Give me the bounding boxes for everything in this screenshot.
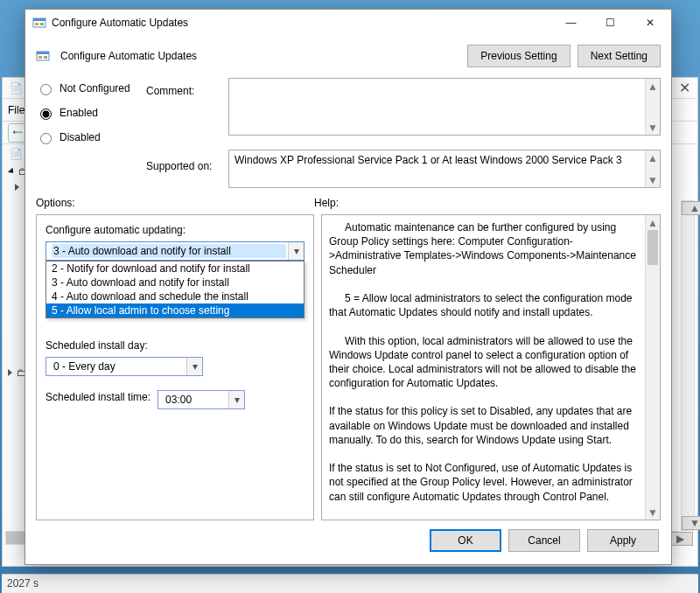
radio-disabled[interactable]: Disabled [36, 130, 143, 144]
radio-label: Enabled [60, 107, 98, 119]
scheduled-time-combo[interactable]: 03:00 ▾ [158, 390, 245, 409]
tree-chevron-icon[interactable] [8, 369, 12, 376]
dropdown-option[interactable]: 4 - Auto download and schedule the insta… [46, 290, 304, 303]
tree-chevron-icon[interactable] [8, 167, 16, 175]
radio-label: Not Configured [60, 82, 130, 94]
svg-rect-7 [44, 56, 47, 59]
scroll-down-icon[interactable]: ▼ [646, 120, 660, 135]
bg-doc-icon: 📄 [10, 82, 23, 94]
dropdown-option[interactable]: 5 - Allow local admin to choose setting [46, 303, 304, 317]
scroll-down-icon[interactable]: ▼ [646, 172, 660, 187]
scroll-down-icon[interactable]: ▼ [682, 516, 700, 530]
bg-file-menu[interactable]: File [8, 104, 24, 116]
scroll-thumb[interactable] [648, 230, 658, 265]
textarea-scrollbar[interactable]: ▲ ▼ [645, 79, 660, 135]
help-pane: Automatic maintenance can be further con… [321, 214, 661, 520]
help-paragraph: Automatic maintenance can be further con… [329, 220, 642, 277]
radio-label: Disabled [60, 131, 101, 143]
supported-on-text: Windows XP Professional Service Pack 1 o… [234, 154, 642, 168]
help-paragraph: If the status for this policy is set to … [329, 404, 642, 447]
help-scrollbar[interactable]: ▲ ▼ [645, 215, 660, 520]
bg-vscrollbar[interactable]: ▲ ▼ [681, 200, 695, 531]
close-button[interactable]: ✕ [630, 10, 669, 35]
previous-setting-button[interactable]: Previous Setting [467, 45, 570, 67]
titlebar[interactable]: Configure Automatic Updates — ☐ ✕ [25, 10, 671, 36]
chevron-down-icon[interactable]: ▾ [228, 391, 244, 408]
supported-on-label: Supported on: [146, 150, 225, 172]
svg-rect-1 [33, 18, 46, 21]
bg-doc2-icon: 📄 [10, 148, 23, 160]
configure-updating-label: Configure automatic updating: [46, 224, 304, 236]
help-paragraph: If the status is set to Not Configured, … [329, 461, 642, 504]
minimize-button[interactable]: — [551, 10, 591, 35]
tree-chevron-icon[interactable] [15, 184, 19, 191]
scheduled-day-label: Scheduled install day: [46, 339, 304, 352]
configure-updating-combo[interactable]: 3 - Auto download and notify for install… [46, 241, 304, 261]
bg-statusbar: 2027 s [2, 574, 698, 593]
help-label: Help: [314, 197, 339, 209]
window-title: Configure Automatic Updates [52, 17, 188, 29]
combo-selected-value: 3 - Auto download and notify for install [52, 244, 286, 258]
cancel-button[interactable]: Cancel [508, 529, 580, 552]
chevron-down-icon[interactable]: ▾ [288, 242, 304, 260]
scheduled-day-combo[interactable]: 0 - Every day ▾ [46, 357, 203, 376]
comment-textarea[interactable]: ▲ ▼ [228, 78, 661, 136]
supported-on-box: Windows XP Professional Service Pack 1 o… [228, 150, 661, 188]
dropdown-option[interactable]: 2 - Notify for download and notify for i… [46, 262, 304, 276]
svg-rect-3 [40, 23, 44, 25]
scroll-up-icon[interactable]: ▲ [682, 201, 700, 215]
options-label: Options: [36, 197, 314, 209]
textarea-scrollbar[interactable]: ▲ ▼ [645, 150, 660, 187]
svg-rect-6 [38, 56, 42, 59]
combo-selected-value: 03:00 [164, 393, 227, 407]
dropdown-option[interactable]: 3 - Auto download and notify for install [46, 276, 304, 290]
help-paragraph: With this option, local administrators w… [329, 334, 642, 391]
scroll-up-icon[interactable]: ▲ [646, 215, 660, 230]
policy-name: Configure Automatic Updates [60, 50, 197, 62]
help-paragraph: 5 = Allow local administrators to select… [329, 291, 642, 319]
scroll-up-icon[interactable]: ▲ [646, 79, 660, 94]
svg-rect-5 [37, 52, 49, 54]
comment-label: Comment: [146, 78, 225, 97]
svg-rect-2 [35, 23, 38, 25]
policy-icon [32, 16, 46, 30]
combo-selected-value: 0 - Every day [52, 359, 185, 373]
apply-button[interactable]: Apply [587, 529, 659, 552]
scroll-up-icon[interactable]: ▲ [646, 150, 660, 165]
bg-close-icon[interactable]: ✕ [679, 80, 690, 96]
radio-enabled[interactable]: Enabled [36, 106, 143, 120]
dialog-configure-automatic-updates: Configure Automatic Updates — ☐ ✕ Config… [24, 9, 672, 565]
scroll-down-icon[interactable]: ▼ [646, 505, 660, 520]
options-pane: Configure automatic updating: 3 - Auto d… [36, 214, 314, 520]
policy-icon [36, 49, 50, 63]
next-setting-button[interactable]: Next Setting [578, 45, 661, 67]
radio-not-configured[interactable]: Not Configured [36, 81, 143, 95]
chevron-down-icon[interactable]: ▾ [186, 358, 202, 375]
ok-button[interactable]: OK [430, 529, 501, 552]
scheduled-time-label: Scheduled install time: [46, 391, 150, 403]
configure-updating-dropdown[interactable]: 2 - Notify for download and notify for i… [46, 261, 304, 318]
maximize-button[interactable]: ☐ [591, 10, 630, 35]
